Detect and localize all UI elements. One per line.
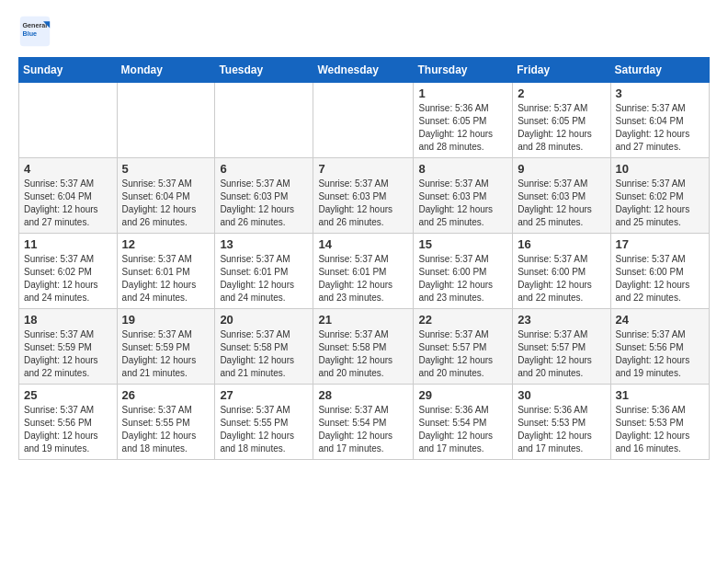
day-info: Sunrise: 5:37 AM Sunset: 6:02 PM Dayligh… [616,178,704,229]
day-number: 21 [318,313,408,327]
day-info: Sunrise: 5:37 AM Sunset: 6:00 PM Dayligh… [518,253,605,304]
calendar-cell: 12Sunrise: 5:37 AM Sunset: 6:01 PM Dayli… [117,234,215,309]
calendar-cell: 19Sunrise: 5:37 AM Sunset: 5:59 PM Dayli… [117,309,215,385]
calendar-table: SundayMondayTuesdayWednesdayThursdayFrid… [18,57,710,460]
calendar-cell: 2Sunrise: 5:37 AM Sunset: 6:05 PM Daylig… [513,83,610,158]
day-number: 24 [616,313,704,327]
day-number: 9 [518,162,605,176]
day-number: 13 [220,237,308,251]
col-header-thursday: Thursday [414,58,513,83]
day-info: Sunrise: 5:37 AM Sunset: 6:01 PM Dayligh… [220,253,308,304]
day-number: 30 [518,388,605,402]
calendar-cell: 26Sunrise: 5:37 AM Sunset: 5:55 PM Dayli… [117,385,215,460]
day-number: 11 [24,237,112,251]
day-info: Sunrise: 5:37 AM Sunset: 5:58 PM Dayligh… [318,328,408,380]
col-header-friday: Friday [513,58,610,83]
day-number: 10 [616,162,704,176]
calendar-cell: 3Sunrise: 5:37 AM Sunset: 6:04 PM Daylig… [610,83,709,158]
day-number: 20 [220,313,308,327]
day-info: Sunrise: 5:37 AM Sunset: 6:03 PM Dayligh… [220,178,308,229]
day-number: 4 [24,162,112,176]
col-header-saturday: Saturday [610,58,709,83]
calendar-cell: 30Sunrise: 5:36 AM Sunset: 5:53 PM Dayli… [513,385,610,460]
calendar-cell [215,83,313,158]
day-number: 19 [122,313,210,327]
day-info: Sunrise: 5:37 AM Sunset: 6:04 PM Dayligh… [122,178,210,229]
calendar-cell: 6Sunrise: 5:37 AM Sunset: 6:03 PM Daylig… [215,158,313,234]
day-info: Sunrise: 5:37 AM Sunset: 5:57 PM Dayligh… [418,328,507,380]
day-info: Sunrise: 5:37 AM Sunset: 6:04 PM Dayligh… [24,178,112,229]
day-info: Sunrise: 5:37 AM Sunset: 5:55 PM Dayligh… [220,404,308,455]
day-number: 27 [220,388,308,402]
day-info: Sunrise: 5:36 AM Sunset: 5:54 PM Dayligh… [418,404,507,455]
day-info: Sunrise: 5:37 AM Sunset: 5:58 PM Dayligh… [220,328,308,380]
day-number: 6 [220,162,308,176]
day-info: Sunrise: 5:37 AM Sunset: 6:01 PM Dayligh… [122,253,210,304]
calendar-cell [19,83,118,158]
day-info: Sunrise: 5:37 AM Sunset: 5:59 PM Dayligh… [24,328,112,380]
day-info: Sunrise: 5:37 AM Sunset: 5:57 PM Dayligh… [518,328,605,380]
week-row-1: 1Sunrise: 5:36 AM Sunset: 6:05 PM Daylig… [19,83,710,158]
col-header-sunday: Sunday [19,58,118,83]
day-info: Sunrise: 5:37 AM Sunset: 6:05 PM Dayligh… [518,102,605,154]
calendar-cell: 8Sunrise: 5:37 AM Sunset: 6:03 PM Daylig… [414,158,513,234]
calendar-cell: 5Sunrise: 5:37 AM Sunset: 6:04 PM Daylig… [117,158,215,234]
day-number: 26 [122,388,210,402]
day-info: Sunrise: 5:37 AM Sunset: 6:03 PM Dayligh… [318,178,408,229]
day-number: 23 [518,313,605,327]
week-row-5: 25Sunrise: 5:37 AM Sunset: 5:56 PM Dayli… [19,385,710,460]
day-number: 17 [616,237,704,251]
calendar-header-row: SundayMondayTuesdayWednesdayThursdayFrid… [19,58,710,83]
day-number: 14 [318,237,408,251]
calendar-cell: 20Sunrise: 5:37 AM Sunset: 5:58 PM Dayli… [215,309,313,385]
calendar-cell: 16Sunrise: 5:37 AM Sunset: 6:00 PM Dayli… [513,234,610,309]
week-row-4: 18Sunrise: 5:37 AM Sunset: 5:59 PM Dayli… [19,309,710,385]
day-number: 2 [518,86,605,100]
day-info: Sunrise: 5:37 AM Sunset: 5:54 PM Dayligh… [318,404,408,455]
calendar-cell: 17Sunrise: 5:37 AM Sunset: 6:00 PM Dayli… [610,234,709,309]
calendar-cell: 29Sunrise: 5:36 AM Sunset: 5:54 PM Dayli… [414,385,513,460]
calendar-cell: 21Sunrise: 5:37 AM Sunset: 5:58 PM Dayli… [313,309,414,385]
day-info: Sunrise: 5:37 AM Sunset: 6:00 PM Dayligh… [418,253,507,304]
calendar-cell: 25Sunrise: 5:37 AM Sunset: 5:56 PM Dayli… [19,385,118,460]
day-info: Sunrise: 5:37 AM Sunset: 6:04 PM Dayligh… [616,102,704,154]
logo: General Blue [18,15,51,48]
day-number: 1 [418,86,507,100]
calendar-cell: 9Sunrise: 5:37 AM Sunset: 6:03 PM Daylig… [513,158,610,234]
day-number: 29 [418,388,507,402]
calendar-cell: 11Sunrise: 5:37 AM Sunset: 6:02 PM Dayli… [19,234,118,309]
calendar-cell [117,83,215,158]
calendar-cell: 27Sunrise: 5:37 AM Sunset: 5:55 PM Dayli… [215,385,313,460]
calendar-cell: 28Sunrise: 5:37 AM Sunset: 5:54 PM Dayli… [313,385,414,460]
logo-icon: General Blue [18,15,51,48]
day-info: Sunrise: 5:37 AM Sunset: 5:59 PM Dayligh… [122,328,210,380]
calendar-cell: 15Sunrise: 5:37 AM Sunset: 6:00 PM Dayli… [414,234,513,309]
svg-text:Blue: Blue [23,29,38,38]
day-number: 16 [518,237,605,251]
day-info: Sunrise: 5:36 AM Sunset: 6:05 PM Dayligh… [418,102,507,154]
day-info: Sunrise: 5:37 AM Sunset: 6:03 PM Dayligh… [518,178,605,229]
svg-text:General: General [23,21,48,29]
col-header-wednesday: Wednesday [313,58,414,83]
calendar-cell: 23Sunrise: 5:37 AM Sunset: 5:57 PM Dayli… [513,309,610,385]
day-number: 25 [24,388,112,402]
day-info: Sunrise: 5:37 AM Sunset: 5:56 PM Dayligh… [616,328,704,380]
calendar-cell: 10Sunrise: 5:37 AM Sunset: 6:02 PM Dayli… [610,158,709,234]
day-number: 3 [616,86,704,100]
day-info: Sunrise: 5:37 AM Sunset: 5:55 PM Dayligh… [122,404,210,455]
calendar-cell: 1Sunrise: 5:36 AM Sunset: 6:05 PM Daylig… [414,83,513,158]
day-number: 22 [418,313,507,327]
day-number: 8 [418,162,507,176]
day-info: Sunrise: 5:37 AM Sunset: 6:03 PM Dayligh… [418,178,507,229]
day-number: 7 [318,162,408,176]
day-number: 28 [318,388,408,402]
calendar-cell: 18Sunrise: 5:37 AM Sunset: 5:59 PM Dayli… [19,309,118,385]
day-info: Sunrise: 5:37 AM Sunset: 6:01 PM Dayligh… [318,253,408,304]
header: General Blue [18,15,710,48]
day-info: Sunrise: 5:36 AM Sunset: 5:53 PM Dayligh… [616,404,704,455]
day-info: Sunrise: 5:37 AM Sunset: 6:02 PM Dayligh… [24,253,112,304]
week-row-3: 11Sunrise: 5:37 AM Sunset: 6:02 PM Dayli… [19,234,710,309]
col-header-tuesday: Tuesday [215,58,313,83]
calendar-cell: 24Sunrise: 5:37 AM Sunset: 5:56 PM Dayli… [610,309,709,385]
day-number: 15 [418,237,507,251]
